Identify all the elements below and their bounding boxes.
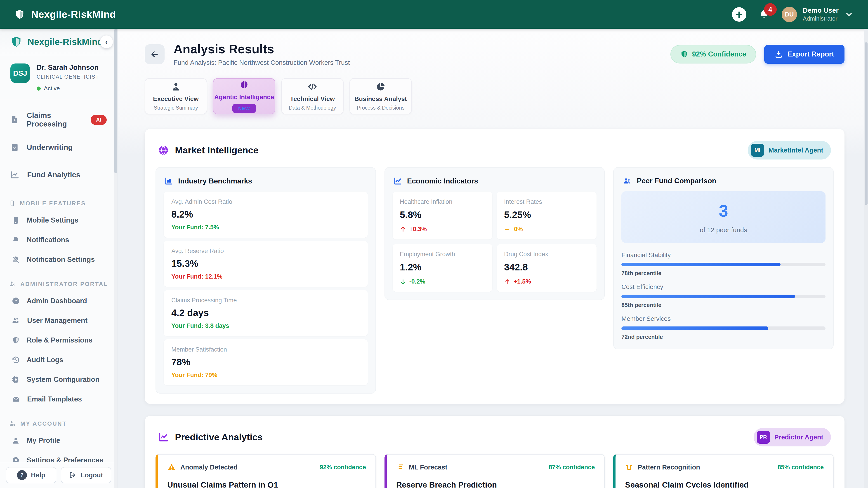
chevron-down-icon bbox=[844, 10, 854, 19]
help-button[interactable]: ? Help bbox=[6, 467, 56, 483]
page-scrollbar[interactable] bbox=[864, 29, 868, 488]
tab-business-analyst[interactable]: Business Analyst Process & Decisions bbox=[349, 78, 412, 114]
warning-triangle-icon bbox=[167, 463, 176, 471]
add-button[interactable]: + bbox=[732, 7, 746, 22]
marketintel-agent-badge: MI MarketIntel Agent bbox=[748, 141, 831, 160]
bar-chart-icon bbox=[164, 177, 173, 185]
anomaly-card: Anomaly Detected 92% confidence Unusual … bbox=[156, 454, 376, 488]
question-icon: ? bbox=[17, 470, 27, 480]
file-plus-icon bbox=[10, 116, 19, 124]
percentile-bar: Cost Efficiency 85th percentile bbox=[621, 283, 826, 308]
industry-benchmarks-card: Industry Benchmarks Avg. Admin Cost Rati… bbox=[156, 167, 376, 394]
horizontal-bars-icon bbox=[396, 463, 404, 471]
market-intelligence-section: Market Intelligence MI MarketIntel Agent… bbox=[145, 129, 844, 404]
shield-icon bbox=[680, 50, 688, 59]
smartphone-icon bbox=[12, 216, 20, 224]
user-plus-icon bbox=[9, 281, 16, 287]
arrow-down-icon bbox=[400, 279, 406, 285]
metric-tile: Claims Processing Time 4.2 days Your Fun… bbox=[164, 290, 368, 336]
sidebar-collapse-button[interactable]: ‹ bbox=[100, 35, 113, 48]
view-tabs: Executive View Strategic Summary Agentic… bbox=[118, 66, 868, 114]
arrow-up-icon bbox=[504, 279, 510, 285]
clipboard-check-icon bbox=[10, 143, 19, 152]
sidebar-item-system-configuration[interactable]: System Configuration bbox=[0, 369, 117, 389]
sidebar-item-underwriting[interactable]: Underwriting bbox=[0, 133, 117, 161]
sidebar-item-my-profile[interactable]: My Profile bbox=[0, 431, 117, 450]
metric-tile: Interest Rates 5.25% 0% bbox=[497, 192, 596, 239]
logout-icon bbox=[69, 471, 76, 479]
status-dot bbox=[37, 87, 41, 91]
user-name: Demo User bbox=[803, 6, 839, 14]
line-chart-icon bbox=[394, 177, 402, 185]
sidebar-item-fund-analytics[interactable]: Fund Analytics bbox=[0, 161, 117, 189]
mail-icon bbox=[12, 395, 20, 403]
ai-badge: AI bbox=[91, 115, 107, 125]
peer-rank: 3 bbox=[626, 201, 821, 221]
sidebar-profile: DSJ Dr. Sarah Johnson CLINICAL GENETICIS… bbox=[0, 55, 117, 100]
sidebar-item-role-permissions[interactable]: Role & Permissions bbox=[0, 330, 117, 350]
sidebar-item-notification-settings[interactable]: Notification Settings bbox=[0, 250, 117, 269]
sidebar-item-claims-processing[interactable]: Claims Processing AI bbox=[0, 106, 117, 133]
sidebar-item-admin-dashboard[interactable]: Admin Dashboard bbox=[0, 291, 117, 311]
logout-button[interactable]: Logout bbox=[61, 467, 111, 483]
sidebar-brand-name: Nexgile-RiskMind bbox=[28, 37, 103, 47]
peer-fund-comparison-card: Peer Fund Comparison 3 of 12 peer funds … bbox=[613, 167, 834, 349]
sidebar-item-mobile-settings[interactable]: Mobile Settings bbox=[0, 210, 117, 230]
pulse-icon bbox=[625, 463, 633, 471]
peer-rank-box: 3 of 12 peer funds bbox=[621, 191, 826, 243]
users-icon bbox=[622, 177, 632, 185]
sidebar-item-email-templates[interactable]: Email Templates bbox=[0, 389, 117, 409]
person-tie-icon bbox=[171, 82, 181, 92]
metric-tile: Member Satisfaction 78% Your Fund: 79% bbox=[164, 339, 368, 385]
users-gear-icon bbox=[12, 317, 20, 325]
brand-shield-icon bbox=[14, 9, 25, 20]
ml-forecast-card: ML Forecast 87% confidence Reserve Breac… bbox=[384, 454, 605, 488]
code-icon bbox=[307, 82, 318, 92]
flat-dash-icon bbox=[504, 226, 511, 232]
trend-chart-icon bbox=[158, 432, 168, 442]
user-icon bbox=[12, 436, 20, 445]
pie-chart-icon bbox=[376, 82, 385, 92]
history-clock-icon bbox=[12, 356, 20, 364]
confidence-label: 85% confidence bbox=[778, 464, 824, 471]
globe-icon bbox=[158, 145, 168, 156]
profile-status: Active bbox=[44, 85, 60, 92]
tab-agentic-intelligence[interactable]: Agentic Intelligence NEW bbox=[213, 78, 275, 114]
download-icon bbox=[775, 50, 783, 58]
confidence-label: 87% confidence bbox=[549, 464, 595, 471]
avatar: DU bbox=[782, 7, 797, 22]
profile-avatar: DSJ bbox=[10, 64, 30, 83]
percentile-bar: Financial Stability 78th percentile bbox=[621, 252, 826, 276]
export-report-button[interactable]: Export Report bbox=[764, 45, 844, 64]
confidence-label: 92% confidence bbox=[320, 464, 366, 471]
app-title: Nexgile-RiskMind bbox=[31, 9, 116, 20]
sidebar-footer: ? Help Logout bbox=[0, 462, 117, 488]
sidebar-scrollbar[interactable] bbox=[114, 29, 117, 488]
tab-executive-view[interactable]: Executive View Strategic Summary bbox=[145, 78, 207, 114]
user-menu[interactable]: DU Demo User Administrator bbox=[782, 6, 854, 22]
predictive-analytics-section: Predictive Analytics PR Predictor Agent bbox=[145, 416, 844, 488]
metric-tile: Avg. Reserve Ratio 15.3% Your Fund: 12.1… bbox=[164, 241, 368, 287]
section-mobile-features: MOBILE FEATURES bbox=[0, 196, 117, 210]
sidebar-item-notifications[interactable]: Notifications bbox=[0, 230, 117, 250]
notifications-button[interactable]: 4 bbox=[759, 9, 769, 20]
section-my-account: MY ACCOUNT bbox=[0, 417, 117, 431]
economic-indicators-card: Economic Indicators Healthcare Inflation… bbox=[384, 167, 605, 300]
tab-technical-view[interactable]: Technical View Data & Methodology bbox=[281, 78, 344, 114]
metric-tile: Employment Growth 1.2% -0.2% bbox=[393, 244, 492, 292]
percentile-bar: Member Services 72nd percentile bbox=[621, 315, 826, 340]
bell-off-icon bbox=[12, 256, 20, 264]
sidebar-item-audit-logs[interactable]: Audit Logs bbox=[0, 350, 117, 369]
sidebar-item-user-management[interactable]: User Management bbox=[0, 311, 117, 330]
smartphone-icon bbox=[9, 200, 16, 206]
gear-icon bbox=[12, 376, 20, 384]
back-button[interactable] bbox=[145, 44, 164, 64]
chart-line-icon bbox=[10, 170, 20, 180]
confidence-badge: 92% Confidence bbox=[671, 45, 756, 64]
new-badge: NEW bbox=[232, 104, 256, 113]
sidebar: Nexgile-RiskMind ‹ DSJ Dr. Sarah Johnson… bbox=[0, 29, 118, 488]
shield-icon bbox=[12, 336, 20, 344]
metric-tile: Drug Cost Index 342.8 +1.5% bbox=[497, 244, 596, 292]
section-administrator-portal: ADMINISTRATOR PORTAL bbox=[0, 277, 117, 291]
section-title: Predictive Analytics bbox=[175, 432, 263, 443]
